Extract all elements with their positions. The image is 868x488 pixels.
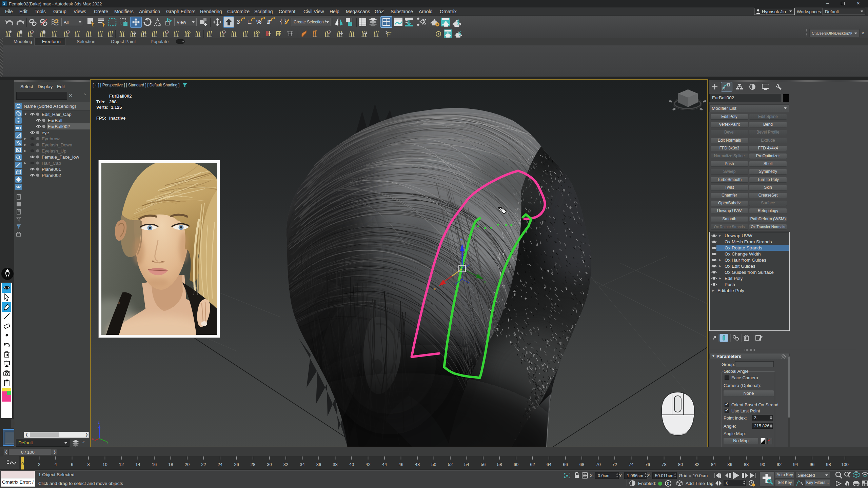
svg-text:66: 66 [563, 462, 568, 467]
svg-text:y: y [484, 280, 486, 284]
svg-text:72: 72 [612, 462, 617, 467]
svg-text:12: 12 [119, 462, 124, 467]
svg-text:54: 54 [464, 462, 469, 467]
svg-text:18: 18 [168, 462, 173, 467]
svg-text:90: 90 [760, 462, 765, 467]
svg-text:84: 84 [711, 462, 716, 467]
svg-text:x: x [92, 437, 94, 441]
svg-text:z: z [460, 238, 462, 242]
svg-text:68: 68 [579, 462, 584, 467]
svg-text:38: 38 [333, 462, 337, 467]
svg-text:96: 96 [810, 462, 814, 467]
svg-text:46: 46 [398, 462, 403, 467]
svg-text:6: 6 [71, 462, 73, 467]
svg-text:14: 14 [135, 462, 140, 467]
svg-text:92: 92 [777, 462, 782, 467]
svg-text:22: 22 [201, 462, 206, 467]
svg-text:64: 64 [547, 462, 551, 467]
svg-text:40: 40 [349, 462, 354, 467]
svg-text:z: z [98, 421, 100, 424]
svg-text:y: y [106, 440, 108, 444]
svg-text:8: 8 [87, 462, 90, 467]
svg-text:88: 88 [744, 462, 749, 467]
svg-text:26: 26 [234, 462, 239, 467]
svg-text:58: 58 [497, 462, 502, 467]
svg-text:70: 70 [596, 462, 600, 467]
svg-text:82: 82 [694, 462, 699, 467]
svg-text:52: 52 [448, 462, 453, 467]
svg-text:60: 60 [514, 462, 518, 467]
svg-text:10: 10 [102, 462, 107, 467]
svg-text:62: 62 [530, 462, 535, 467]
svg-text:100: 100 [841, 462, 849, 467]
svg-text:4: 4 [54, 462, 57, 467]
svg-text:74: 74 [629, 462, 633, 467]
svg-text:76: 76 [645, 462, 650, 467]
svg-text:56: 56 [481, 462, 486, 467]
svg-text:20: 20 [185, 462, 190, 467]
svg-text:48: 48 [415, 462, 420, 467]
svg-text:98: 98 [826, 462, 831, 467]
svg-text:78: 78 [662, 462, 666, 467]
svg-text:80: 80 [678, 462, 683, 467]
svg-text:86: 86 [727, 462, 732, 467]
svg-text:50: 50 [431, 462, 436, 467]
svg-text:42: 42 [366, 462, 370, 467]
svg-text:28: 28 [251, 462, 255, 467]
svg-text:32: 32 [283, 462, 288, 467]
svg-text:30: 30 [267, 462, 272, 467]
svg-text:44: 44 [382, 462, 387, 467]
svg-text:24: 24 [218, 462, 222, 467]
svg-text:2: 2 [38, 462, 40, 467]
svg-text:x: x [434, 287, 436, 291]
svg-text:16: 16 [152, 462, 157, 467]
svg-text:36: 36 [316, 462, 321, 467]
svg-text:94: 94 [793, 462, 798, 467]
svg-text:34: 34 [300, 462, 304, 467]
